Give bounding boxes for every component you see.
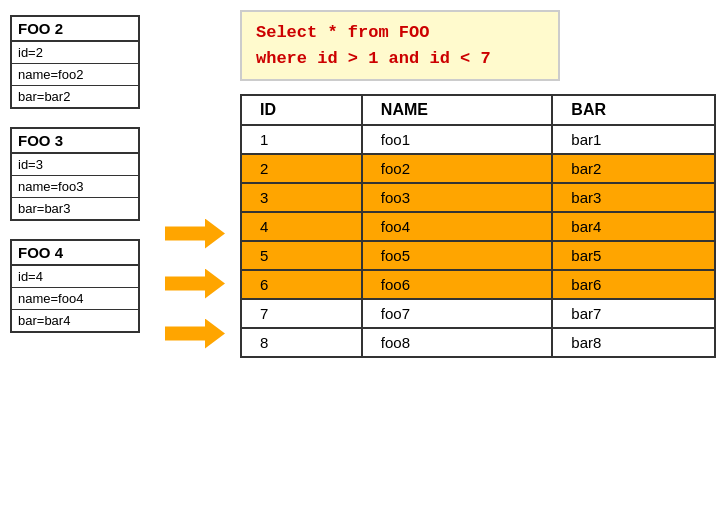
- table-row: 6foo6bar6: [241, 270, 715, 299]
- table-row: 5foo5bar5: [241, 241, 715, 270]
- table-row: 8foo8bar8: [241, 328, 715, 357]
- arrow-right-icon: [165, 269, 225, 299]
- table-column-header: BAR: [552, 95, 715, 125]
- arrows-panel: [160, 70, 230, 497]
- left-panel: FOO 2id=2name=foo2bar=bar2FOO 3id=3name=…: [10, 10, 150, 497]
- table-cell: foo8: [362, 328, 552, 357]
- table-cell: bar2: [552, 154, 715, 183]
- table-row: 2foo2bar2: [241, 154, 715, 183]
- table-cell: bar3: [552, 183, 715, 212]
- table-cell: foo1: [362, 125, 552, 154]
- sql-line2: where id > 1 and id < 7: [256, 46, 544, 72]
- table-cell: foo3: [362, 183, 552, 212]
- table-row: 7foo7bar7: [241, 299, 715, 328]
- sql-box: Select * from FOO where id > 1 and id < …: [240, 10, 560, 81]
- table-cell: 4: [241, 212, 362, 241]
- foo-card-row: name=foo2: [12, 64, 138, 86]
- arrow-right-icon: [165, 319, 225, 349]
- table-cell: foo7: [362, 299, 552, 328]
- table-cell: 2: [241, 154, 362, 183]
- foo-card-row: bar=bar3: [12, 198, 138, 219]
- foo-card-row: bar=bar2: [12, 86, 138, 107]
- table-cell: 3: [241, 183, 362, 212]
- table-row: 4foo4bar4: [241, 212, 715, 241]
- table-column-header: ID: [241, 95, 362, 125]
- table-cell: 6: [241, 270, 362, 299]
- result-table: IDNAMEBAR 1foo1bar12foo2bar23foo3bar34fo…: [240, 94, 716, 358]
- table-cell: bar1: [552, 125, 715, 154]
- table-cell: foo4: [362, 212, 552, 241]
- foo-card: FOO 2id=2name=foo2bar=bar2: [10, 15, 140, 109]
- table-cell: 8: [241, 328, 362, 357]
- foo-card-row: id=4: [12, 266, 138, 288]
- foo-card-header: FOO 3: [12, 129, 138, 154]
- main-container: FOO 2id=2name=foo2bar=bar2FOO 3id=3name=…: [0, 0, 726, 507]
- foo-card-row: name=foo3: [12, 176, 138, 198]
- right-panel: Select * from FOO where id > 1 and id < …: [240, 10, 716, 497]
- arrow-right-icon: [165, 219, 225, 249]
- table-cell: 1: [241, 125, 362, 154]
- table-row: 1foo1bar1: [241, 125, 715, 154]
- table-cell: 5: [241, 241, 362, 270]
- table-row: 3foo3bar3: [241, 183, 715, 212]
- foo-card-row: bar=bar4: [12, 310, 138, 331]
- table-column-header: NAME: [362, 95, 552, 125]
- foo-card-header: FOO 2: [12, 17, 138, 42]
- foo-card-header: FOO 4: [12, 241, 138, 266]
- foo-card: FOO 3id=3name=foo3bar=bar3: [10, 127, 140, 221]
- table-cell: foo5: [362, 241, 552, 270]
- table-cell: foo2: [362, 154, 552, 183]
- sql-line1: Select * from FOO: [256, 20, 544, 46]
- foo-card-row: id=3: [12, 154, 138, 176]
- foo-card: FOO 4id=4name=foo4bar=bar4: [10, 239, 140, 333]
- table-cell: 7: [241, 299, 362, 328]
- table-cell: bar6: [552, 270, 715, 299]
- table-cell: foo6: [362, 270, 552, 299]
- table-cell: bar7: [552, 299, 715, 328]
- table-cell: bar5: [552, 241, 715, 270]
- foo-card-row: id=2: [12, 42, 138, 64]
- foo-card-row: name=foo4: [12, 288, 138, 310]
- table-cell: bar4: [552, 212, 715, 241]
- table-cell: bar8: [552, 328, 715, 357]
